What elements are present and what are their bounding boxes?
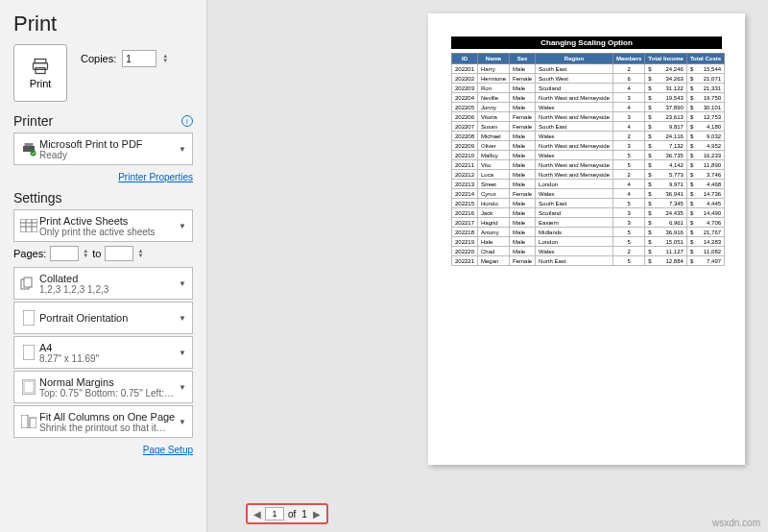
col-header: ID (452, 54, 478, 64)
table-row: 202203RonMaleScotland431,12221,331 (452, 84, 725, 93)
print-button-label: Print (30, 78, 52, 89)
pages-to-input[interactable] (105, 246, 133, 261)
scaling-select[interactable]: Fit All Columns on One Page Shrink the p… (13, 405, 193, 438)
svg-rect-0 (35, 60, 46, 63)
chevron-down-icon: ▼ (177, 279, 188, 288)
collated-icon (18, 277, 39, 290)
copies-stepper[interactable]: ▲▼ (162, 54, 168, 63)
svg-rect-2 (36, 68, 45, 74)
chevron-down-icon: ▼ (177, 145, 188, 154)
portrait-icon (18, 310, 39, 326)
table-row: 202204NevilleMaleNorth West and Merseysi… (452, 93, 725, 103)
svg-rect-12 (24, 278, 32, 287)
svg-point-5 (31, 151, 36, 157)
sheets-icon (18, 219, 39, 232)
current-page-input[interactable] (265, 507, 284, 520)
page-title: Print (13, 12, 193, 36)
svg-rect-17 (21, 415, 28, 428)
collation-select[interactable]: Collated 1,2,3 1,2,3 1,2,3 ▼ (13, 267, 193, 300)
svg-rect-14 (23, 345, 35, 360)
svg-rect-4 (25, 143, 34, 146)
pages-to-label: to (92, 248, 101, 259)
table-row: 202217HagridMaleEastern36,9614,706 (452, 218, 725, 228)
svg-rect-13 (23, 310, 35, 326)
chevron-down-icon: ▼ (177, 222, 188, 230)
preview-page: Changing Scaling Option IDNameSexRegionM… (428, 13, 745, 465)
table-row: 202201HarryMaleSouth East224,24615,544 (452, 64, 725, 74)
col-header: Members (612, 54, 644, 64)
print-scope-select[interactable]: Print Active Sheets Only print the activ… (13, 209, 193, 242)
preview-title-bar: Changing Scaling Option (451, 36, 722, 49)
table-row: 202220ChadMaleWales211,12711,082 (452, 247, 725, 256)
chevron-down-icon: ▼ (177, 418, 188, 426)
table-row: 202213StreetMaleLondon49,9714,468 (452, 180, 725, 189)
info-icon[interactable]: i (181, 115, 193, 127)
pages-from-stepper[interactable]: ▲▼ (83, 249, 88, 258)
chevron-down-icon: ▼ (177, 383, 188, 392)
scaling-icon (18, 415, 39, 428)
table-row: 202212LucaMaleNorth West and Merseyside2… (452, 170, 725, 180)
table-row: 202214CyrusFemaleWales436,94114,736 (452, 189, 725, 199)
chevron-down-icon: ▼ (177, 349, 188, 357)
printer-properties-link[interactable]: Printer Properties (118, 172, 193, 182)
table-row: 202205JonnyMaleWales437,89030,101 (452, 103, 725, 112)
chevron-down-icon: ▼ (177, 314, 188, 323)
print-button[interactable]: Print (13, 44, 67, 102)
col-header: Total Costs (686, 54, 724, 64)
printer-select[interactable]: Microsoft Print to PDF Ready ▼ (13, 133, 193, 165)
next-page-button[interactable]: ▶ (311, 509, 323, 520)
printer-name: Microsoft Print to PDF (39, 138, 177, 150)
pages-label: Pages: (13, 248, 46, 259)
table-row: 202207SusanFemaleSouth East49,8174,180 (452, 122, 725, 132)
copies-input[interactable] (122, 50, 156, 67)
table-row: 202202HermioneFemaleSouth West634,26321,… (452, 74, 725, 84)
table-row: 202221MeganFemaleNorth East512,8847,497 (452, 256, 725, 266)
table-row: 202208MichaelMaleWales224,1169,032 (452, 132, 725, 141)
printer-section-label: Printer (13, 113, 53, 129)
page-setup-link[interactable]: Page Setup (143, 445, 193, 455)
pages-to-stepper[interactable]: ▲▼ (137, 249, 143, 258)
table-row: 202215HondoMaleSouth East57,3454,445 (452, 199, 725, 208)
copies-label: Copies: (81, 53, 116, 64)
printer-device-icon (18, 140, 39, 157)
settings-section-label: Settings (13, 190, 62, 206)
col-header: Name (478, 54, 510, 64)
table-row: 202211VitoMaleNorth West and Merseyside5… (452, 160, 725, 170)
prev-page-button[interactable]: ◀ (252, 509, 263, 520)
margins-select[interactable]: Normal Margins Top: 0.75" Bottom: 0.75" … (13, 371, 193, 403)
preview-table: IDNameSexRegionMembersTotal IncomeTotal … (451, 53, 725, 266)
table-row: 202218AntonyMaleMidlands536,91621,767 (452, 228, 725, 237)
table-row: 202216JackMaleScotland324,43514,490 (452, 208, 725, 218)
table-row: 202210MalfoyMaleWales536,73516,233 (452, 151, 725, 160)
col-header: Region (536, 54, 613, 64)
of-label: of (286, 509, 298, 520)
col-header: Sex (510, 54, 536, 64)
page-icon (18, 345, 39, 360)
print-preview-area: Changing Scaling Option IDNameSexRegionM… (207, 0, 768, 532)
watermark: wsxdn.com (712, 518, 760, 528)
table-row: 202209OliverMaleNorth West and Merseysid… (452, 141, 725, 151)
printer-icon (30, 57, 51, 76)
svg-rect-6 (20, 219, 37, 232)
table-row: 202219HaleMaleLondon515,05114,283 (452, 237, 725, 247)
pages-from-input[interactable] (50, 246, 79, 261)
svg-rect-18 (30, 418, 36, 428)
col-header: Total Income (645, 54, 687, 64)
table-row: 202206VitoriaFemaleNorth West and Mersey… (452, 112, 725, 122)
total-pages: 1 (300, 509, 309, 520)
printer-status: Ready (39, 150, 177, 160)
page-navigator: ◀ of 1 ▶ (246, 503, 328, 524)
orientation-select[interactable]: Portrait Orientation ▼ (13, 302, 193, 334)
print-settings-panel: Print Print Copies: ▲▼ Printer i Microso… (0, 0, 207, 532)
margins-icon (18, 379, 39, 395)
paper-size-select[interactable]: A4 8.27" x 11.69" ▼ (13, 336, 193, 369)
